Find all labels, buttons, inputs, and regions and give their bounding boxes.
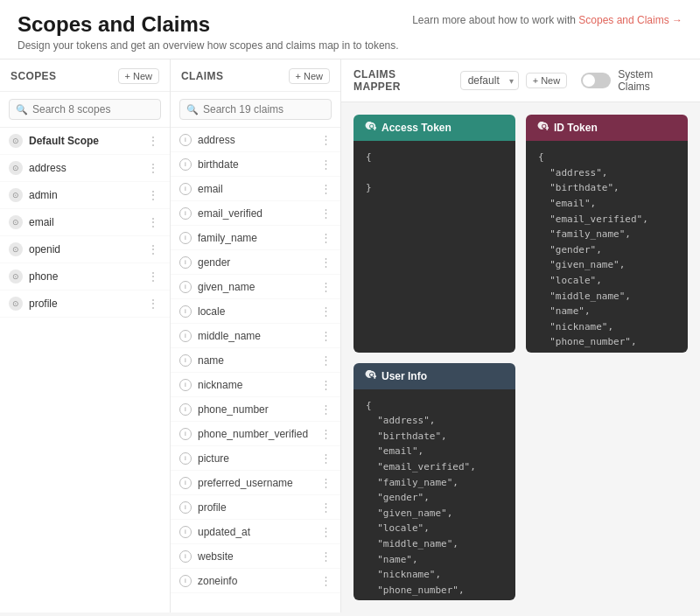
scopes-list: ⊙ Default Scope ⋮ ⊙ address ⋮ ⊙ admin ⋮ … (0, 128, 170, 612)
claim-name: website (198, 550, 320, 563)
mapper-new-button[interactable]: + New (526, 73, 568, 88)
scope-item[interactable]: ⊙ phone ⋮ (0, 263, 170, 290)
claim-item[interactable]: i family_name ⋮ (171, 226, 340, 250)
claim-name: preferred_username (198, 477, 320, 489)
access-token-title: Access Token (382, 122, 452, 134)
claim-icon: i (179, 501, 192, 514)
claim-icon: i (179, 526, 192, 538)
claim-item[interactable]: i preferred_username ⋮ (171, 471, 340, 495)
learn-more-link[interactable]: Scopes and Claims → (578, 14, 682, 26)
claim-item[interactable]: i zoneinfo ⋮ (171, 569, 340, 593)
scope-menu-dots[interactable]: ⋮ (145, 242, 161, 256)
scope-item[interactable]: ⊙ Default Scope ⋮ (0, 128, 170, 155)
key-icon-access (364, 122, 376, 134)
claim-menu-dots[interactable]: ⋮ (320, 206, 332, 220)
claim-icon: i (179, 550, 192, 563)
scope-menu-dots[interactable]: ⋮ (145, 134, 161, 148)
scope-menu-dots[interactable]: ⋮ (145, 161, 161, 175)
scope-item[interactable]: ⊙ address ⋮ (0, 155, 170, 182)
claim-item[interactable]: i name ⋮ (171, 348, 340, 373)
mapper-select[interactable]: default (460, 71, 519, 90)
claim-menu-dots[interactable]: ⋮ (320, 574, 332, 587)
learn-more-section: Learn more about how to work with Scopes… (412, 10, 682, 26)
claim-item[interactable]: i website ⋮ (171, 544, 340, 569)
claim-item[interactable]: i email_verified ⋮ (171, 201, 340, 226)
claim-menu-dots[interactable]: ⋮ (320, 354, 332, 367)
claim-item[interactable]: i birthdate ⋮ (171, 152, 340, 177)
mapper-section: Claims mapper default + New System Claim… (341, 60, 700, 612)
scopes-panel: Scopes + New 🔍 ⊙ Default Scope ⋮ ⊙ addre… (0, 60, 171, 612)
claim-name: birthdate (198, 158, 320, 171)
claim-menu-dots[interactable]: ⋮ (320, 402, 332, 416)
claim-menu-dots[interactable]: ⋮ (320, 550, 332, 563)
scope-name: address (29, 162, 145, 174)
claim-menu-dots[interactable]: ⋮ (320, 133, 332, 146)
scope-menu-dots[interactable]: ⋮ (145, 270, 161, 284)
claim-item[interactable]: i profile ⋮ (171, 495, 340, 520)
claim-menu-dots[interactable]: ⋮ (320, 231, 332, 244)
claim-menu-dots[interactable]: ⋮ (320, 452, 332, 465)
scope-item[interactable]: ⊙ admin ⋮ (0, 182, 170, 209)
claims-search-input[interactable] (179, 99, 332, 120)
claim-item[interactable]: i phone_number ⋮ (171, 397, 340, 422)
scope-menu-dots[interactable]: ⋮ (145, 215, 161, 229)
scope-icon: ⊙ (9, 270, 23, 284)
claim-menu-dots[interactable]: ⋮ (320, 329, 332, 342)
claim-menu-dots[interactable]: ⋮ (320, 378, 332, 391)
scope-name: profile (29, 298, 145, 310)
claim-icon: i (179, 134, 192, 146)
claim-item[interactable]: i middle_name ⋮ (171, 324, 340, 348)
scope-icon: ⊙ (9, 134, 23, 148)
scope-menu-dots[interactable]: ⋮ (145, 188, 161, 202)
access-token-card: Access Token { } (354, 115, 515, 353)
claims-list: i address ⋮ i birthdate ⋮ i email ⋮ i em… (171, 128, 340, 612)
claim-name: middle_name (198, 330, 320, 342)
claim-menu-dots[interactable]: ⋮ (320, 427, 332, 440)
mapper-select-wrap: default (460, 71, 519, 90)
claim-menu-dots[interactable]: ⋮ (320, 500, 332, 514)
claim-item[interactable]: i updated_at ⋮ (171, 520, 340, 544)
claim-menu-dots[interactable]: ⋮ (320, 476, 332, 489)
claim-menu-dots[interactable]: ⋮ (320, 280, 332, 293)
claim-icon: i (179, 575, 192, 587)
claim-icon: i (179, 183, 192, 195)
scopes-search-input[interactable] (9, 99, 161, 120)
page-title: Scopes and Claims (18, 10, 399, 38)
system-claims-toggle[interactable] (581, 73, 611, 88)
page-header: Scopes and Claims Design your tokens and… (0, 0, 700, 60)
claim-menu-dots[interactable]: ⋮ (320, 182, 332, 195)
claim-name: gender (198, 256, 320, 269)
claim-icon: i (179, 158, 192, 171)
claim-icon: i (179, 281, 192, 293)
scopes-search-icon: 🔍 (16, 104, 28, 116)
claim-item[interactable]: i given_name ⋮ (171, 275, 340, 299)
claim-icon: i (179, 477, 192, 489)
claim-item[interactable]: i address ⋮ (171, 128, 340, 152)
scope-item[interactable]: ⊙ profile ⋮ (0, 290, 170, 318)
claim-item[interactable]: i nickname ⋮ (171, 373, 340, 397)
claim-menu-dots[interactable]: ⋮ (320, 256, 332, 269)
claim-menu-dots[interactable]: ⋮ (320, 304, 332, 318)
scope-name: email (29, 216, 145, 228)
scope-menu-dots[interactable]: ⋮ (145, 297, 161, 311)
id-token-card: ID Token { "address", "birthdate", "emai… (526, 115, 688, 353)
claim-name: phone_number_verified (198, 428, 320, 440)
claim-item[interactable]: i picture ⋮ (171, 446, 340, 471)
claim-item[interactable]: i email ⋮ (171, 177, 340, 201)
claim-item[interactable]: i phone_number_verified ⋮ (171, 422, 340, 446)
claim-menu-dots[interactable]: ⋮ (320, 158, 332, 171)
scope-item[interactable]: ⊙ email ⋮ (0, 209, 170, 236)
scopes-new-button[interactable]: + New (118, 68, 160, 84)
id-token-title: ID Token (554, 122, 598, 134)
claims-new-button[interactable]: + New (289, 68, 331, 84)
scope-item[interactable]: ⊙ openid ⋮ (0, 236, 170, 263)
claim-item[interactable]: i locale ⋮ (171, 299, 340, 324)
claim-icon: i (179, 330, 192, 342)
claim-menu-dots[interactable]: ⋮ (320, 525, 332, 538)
claim-icon: i (179, 207, 192, 220)
claims-panel-header: Claims + New (171, 60, 340, 92)
claim-item[interactable]: i gender ⋮ (171, 250, 340, 275)
mapper-header: Claims mapper default + New System Claim… (341, 60, 700, 102)
id-token-body: { "address", "birthdate", "email", "emai… (526, 141, 688, 353)
claims-search-icon: 🔍 (186, 104, 199, 116)
